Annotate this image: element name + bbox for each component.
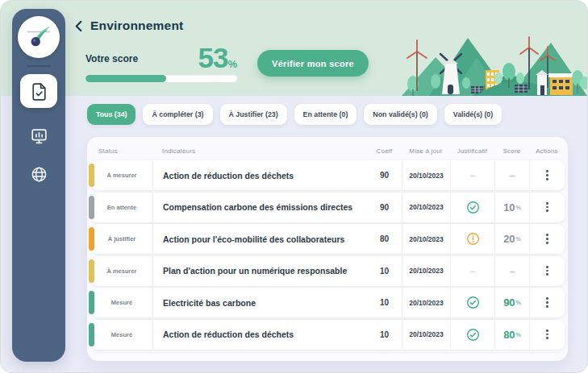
table-row[interactable]: À mesurer Action de réduction des déchet… (91, 160, 565, 190)
kebab-menu-icon[interactable] (541, 292, 553, 312)
sidebar (12, 9, 65, 362)
globe-icon (30, 165, 48, 184)
score-cell: 20% (494, 224, 529, 254)
updated-date: 20/10/2023 (402, 256, 450, 286)
indicator-label: Electricité bas carbone (152, 288, 367, 317)
filter-tabs: Tous (34)À compléter (3)À Justifier (23)… (87, 104, 502, 125)
score-progress-fill (85, 75, 166, 82)
check-circle-icon (466, 201, 480, 214)
table-row[interactable]: Mesuré Electricité bas carbone 10 20/10/… (91, 288, 565, 317)
column-header-indicateurs: Indicateurs (152, 147, 367, 155)
tab-en-attente-0[interactable]: En attente (0) (294, 104, 357, 125)
coeff-value: 10 (367, 256, 402, 286)
table-row[interactable]: À justifier Action pour l'éco-mobilité d… (91, 224, 565, 254)
justificatif-status (450, 320, 494, 350)
score-cell: 80% (494, 320, 529, 350)
chevron-left-icon (74, 20, 83, 32)
check-circle-icon (466, 328, 480, 342)
status-color-bar (89, 196, 94, 219)
landscape-illustration (395, 25, 587, 96)
status-color-bar (89, 291, 94, 314)
status-badge: Mesuré (111, 299, 132, 306)
app-logo[interactable] (18, 16, 60, 58)
coeff-value: 90 (367, 160, 402, 190)
table-header: StatusIndicateursCoeffMise à jourJustifi… (91, 143, 565, 158)
updated-date: 20/10/2023 (402, 193, 450, 222)
coeff-value: 80 (367, 224, 402, 254)
coeff-value: 10 (367, 288, 402, 317)
kebab-menu-icon[interactable] (541, 165, 553, 184)
column-header-actions: Actions (529, 147, 565, 155)
status-badge: En attente (107, 204, 136, 211)
indicators-panel: StatusIndicateursCoeffMise à jourJustifi… (87, 137, 568, 361)
table-row[interactable]: Mesuré Action de réduction des déchets 1… (91, 320, 565, 350)
updated-date: 20/10/2023 (402, 224, 450, 254)
kebab-menu-icon[interactable] (541, 197, 553, 217)
justificatif-status (450, 288, 494, 317)
comet-logo-icon (25, 23, 52, 51)
justificatif-status: – (450, 160, 494, 190)
document-check-icon (29, 81, 49, 102)
status-color-bar (89, 227, 94, 251)
tab-valid-s-0[interactable]: Validé(s) (0) (444, 104, 502, 125)
score-block: Votre score 53% (85, 47, 237, 82)
column-header-status: Status (91, 147, 152, 155)
tab-tous-34[interactable]: Tous (34) (87, 104, 136, 125)
status-badge: Mesuré (111, 331, 132, 338)
status-color-bar (89, 259, 94, 283)
tab-compl-ter-3[interactable]: À compléter (3) (143, 104, 212, 125)
updated-date: 20/10/2023 (402, 160, 450, 190)
column-header-score: Score (494, 147, 529, 155)
coeff-value: 10 (367, 320, 402, 350)
indicator-label: Plan d'action pour un numérique responsa… (152, 256, 367, 286)
kebab-menu-icon[interactable] (541, 261, 553, 280)
sidebar-item-documents[interactable] (20, 74, 57, 108)
updated-date: 20/10/2023 (402, 320, 450, 350)
indicator-label: Action de réduction des déchets (152, 160, 367, 190)
coeff-value: 90 (367, 193, 402, 222)
score-cell: – (494, 256, 529, 286)
sidebar-item-dashboard[interactable] (29, 126, 49, 147)
justificatif-status (450, 193, 494, 222)
kebab-menu-icon[interactable] (541, 229, 553, 248)
tab-non-valid-s-0[interactable]: Non validé(s) (0) (364, 104, 436, 125)
justificatif-status: – (450, 256, 494, 286)
score-label: Votre score (85, 53, 138, 68)
table-row[interactable]: À mesurer Plan d'action pour un numériqu… (91, 256, 565, 286)
indicator-label: Action pour l'éco-mobilité des collabora… (152, 224, 367, 254)
status-badge: À justifier (108, 235, 136, 242)
warning-circle-icon (466, 232, 480, 246)
tab-justifier-23[interactable]: À Justifier (23) (220, 104, 287, 125)
score-cell: 10% (494, 193, 529, 222)
status-color-bar (89, 164, 94, 187)
monitor-chart-icon (29, 126, 49, 147)
score-cell: 90% (494, 288, 529, 317)
table-row[interactable]: En attente Compensation carbone des émis… (91, 193, 565, 222)
status-badge: À mesurer (106, 267, 136, 275)
indicator-label: Compensation carbone des émissions direc… (152, 193, 367, 222)
column-header-coeff: Coeff (367, 147, 402, 155)
column-header-mise-jour: Mise à jour (402, 147, 450, 155)
table-rows: À mesurer Action de réduction des déchet… (91, 160, 565, 350)
indicator-label: Action de réduction des déchets (152, 320, 367, 350)
check-circle-icon (466, 296, 480, 309)
status-badge: À mesurer (106, 172, 136, 179)
verify-score-button[interactable]: Vérifier mon score (257, 50, 369, 77)
score-progress-bar (85, 75, 237, 82)
updated-date: 20/10/2023 (402, 288, 450, 317)
app-window: Environnement Votre score 53% Vérifier m… (0, 0, 588, 373)
score-value: 53% (198, 47, 238, 68)
status-color-bar (89, 323, 94, 346)
score-cell: – (494, 160, 529, 190)
page-title: Environnement (90, 19, 183, 33)
column-header-justificatif: Justificatif (450, 147, 494, 155)
sidebar-item-web[interactable] (30, 165, 48, 184)
sidebar-divider (27, 65, 51, 67)
justificatif-status (450, 224, 494, 254)
kebab-menu-icon[interactable] (541, 325, 553, 344)
back-button[interactable] (74, 20, 83, 32)
